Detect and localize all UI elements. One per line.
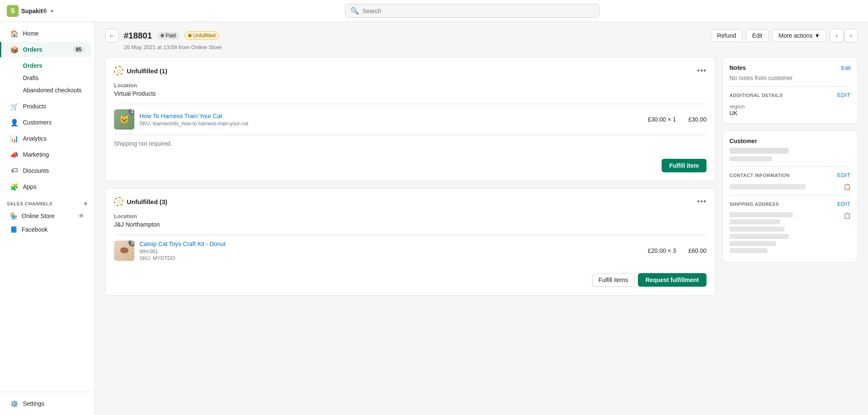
sidebar-item-settings[interactable]: ⚙️ Settings <box>3 396 91 411</box>
card-2-header: ◌ Unfulfilled (3) ••• <box>114 197 707 206</box>
more-actions-button[interactable]: More actions ▼ <box>772 29 826 42</box>
detail-field-value: UK <box>729 110 851 116</box>
contact-edit-link[interactable]: Edit <box>837 172 851 178</box>
shipping-address-label: SHIPPING ADDRESS Edit <box>729 201 851 207</box>
sidebar-item-label: Customers <box>23 119 52 126</box>
home-icon: 🏠 <box>10 29 19 38</box>
customer-email-blur <box>729 156 772 161</box>
back-button[interactable]: ← <box>105 29 119 42</box>
topnav: S Supakit® ▼ 🔍 <box>0 0 868 22</box>
product-thumb-placeholder: 🐱 <box>120 115 129 124</box>
search-input[interactable] <box>362 8 594 14</box>
sidebar-item-label: Products <box>23 103 46 110</box>
sidebar-item-facebook[interactable]: 📘 Facebook <box>3 223 91 236</box>
product-price-1: £30.00 × 1 <box>648 116 676 123</box>
address-line-2 <box>729 219 780 224</box>
sidebar-item-online-store[interactable]: 🏪 Online Store 👁 <box>3 210 91 222</box>
unfulfilled-dot <box>188 34 192 37</box>
card-1-footer: Fulfill item <box>114 159 707 172</box>
product-details-1: How To Harness Train Your Cat SKU: learn… <box>139 112 643 127</box>
card-1-title: ◌ Unfulfilled (1) <box>114 66 167 75</box>
sidebar-item-customers[interactable]: 👤 Customers <box>3 115 91 130</box>
content-grid: ◌ Unfulfilled (1) ••• Location Virtual P… <box>105 57 858 302</box>
sidebar-item-marketing[interactable]: 📣 Marketing <box>3 147 91 162</box>
online-store-icon: 🏪 <box>10 213 17 219</box>
product-total-2: £60.00 <box>681 247 707 254</box>
order-number: #18801 <box>124 31 152 41</box>
sidebar-item-label: Home <box>23 30 39 37</box>
product-details-2: Catnip Cat Toys Craft Kit - Donut WH-001… <box>139 240 643 261</box>
sidebar-item-apps[interactable]: 🧩 Apps <box>3 179 91 194</box>
product-row-1: 🐱 1 How To Harness Train Your Cat SKU: l… <box>114 104 707 135</box>
add-channel-icon[interactable]: + <box>83 200 88 208</box>
product-price-2: £20.00 × 3 <box>648 247 676 254</box>
sidebar-item-products[interactable]: 🛒 Products <box>3 99 91 114</box>
card-2-footer: Fulfill items Request fulfillment <box>114 273 707 287</box>
copy-email-icon[interactable]: 📋 <box>843 183 851 190</box>
sidebar-item-label: Apps <box>23 183 36 190</box>
unfulfilled-badge: Unfulfilled <box>184 31 220 40</box>
shipping-edit-link[interactable]: Edit <box>837 201 851 207</box>
order-date: 26 May 2021 at 13:58 from Online Store <box>105 44 858 50</box>
request-fulfillment-button[interactable]: Request fulfillment <box>638 273 707 287</box>
paid-dot <box>161 34 164 37</box>
analytics-icon: 📊 <box>10 134 19 143</box>
brand-dropdown-icon[interactable]: ▼ <box>50 8 54 14</box>
facebook-icon: 📘 <box>10 226 17 233</box>
card-2-title: ◌ Unfulfilled (3) <box>114 197 167 206</box>
notes-card: Notes Edit No notes from customer ADDITI… <box>722 57 858 124</box>
fulfill-items-button[interactable]: Fulfill items <box>592 273 634 287</box>
prev-order-button[interactable]: ‹ <box>830 29 843 42</box>
sidebar-item-home[interactable]: 🏠 Home <box>3 26 91 41</box>
sidebar-item-label: Marketing <box>23 151 49 158</box>
brand-logo: S <box>7 5 19 17</box>
paid-badge: Paid <box>157 32 179 39</box>
product-name-1[interactable]: How To Harness Train Your Cat <box>139 113 222 119</box>
unfulfilled-icon-1: ◌ <box>114 66 123 75</box>
card-1-more-dots[interactable]: ••• <box>697 66 707 75</box>
edit-button[interactable]: Edit <box>746 29 769 42</box>
copy-address-icon[interactable]: 📋 <box>843 212 851 219</box>
eye-icon[interactable]: 👁 <box>78 213 84 219</box>
next-order-button[interactable]: › <box>844 29 858 42</box>
sidebar-item-label: Analytics <box>23 135 47 142</box>
products-icon: 🛒 <box>10 102 19 111</box>
apps-icon: 🧩 <box>10 183 19 191</box>
card-2-more-dots[interactable]: ••• <box>697 197 707 206</box>
orders-icon: 📦 <box>10 45 19 54</box>
customer-card: Customer CONTACT INFORMATION Edit 📋 <box>722 130 858 263</box>
sidebar-item-discounts[interactable]: 🏷 Discounts <box>3 163 91 178</box>
sidebar-sub-item-drafts[interactable]: Drafts <box>3 72 91 84</box>
fulfill-item-button[interactable]: Fulfill item <box>662 159 707 172</box>
additional-edit-link[interactable]: Edit <box>837 92 851 98</box>
address-line-3 <box>729 227 785 232</box>
card-1-location-value: Virtual Products <box>114 90 707 97</box>
sidebar-item-analytics[interactable]: 📊 Analytics <box>3 131 91 146</box>
sidebar-sub-item-orders[interactable]: Orders <box>3 60 91 72</box>
nav-arrows: ‹ › <box>830 29 858 42</box>
dropdown-icon: ▼ <box>814 32 820 39</box>
sidebar-item-orders[interactable]: 📦 Orders 85 <box>0 42 91 57</box>
product-wh-2: WH-001 <box>139 249 643 255</box>
left-column: ◌ Unfulfilled (1) ••• Location Virtual P… <box>105 57 715 302</box>
additional-details-label: ADDITIONAL DETAILS Edit <box>729 92 851 98</box>
sidebar-item-label: Orders <box>23 46 42 53</box>
right-panel: Notes Edit No notes from customer ADDITI… <box>722 57 858 302</box>
sidebar-sub-item-abandoned[interactable]: Abandoned checkouts <box>3 84 91 96</box>
order-actions: Refund Edit More actions ▼ ‹ › <box>711 29 858 42</box>
product-thumb-1: 🐱 1 <box>114 109 134 130</box>
settings-label: Settings <box>23 400 45 407</box>
customer-name-blur <box>729 148 789 154</box>
product-sku-2: SKU: MYOTDO <box>139 255 643 261</box>
notes-edit-link[interactable]: Edit <box>841 65 851 71</box>
product-name-2[interactable]: Catnip Cat Toys Craft Kit - Donut <box>139 241 225 247</box>
product-sku-1: SKU: learnworlds_how-to-harness-train-yo… <box>139 121 643 127</box>
refund-button[interactable]: Refund <box>711 29 743 42</box>
search-bar[interactable]: 🔍 <box>345 4 599 18</box>
brand[interactable]: S Supakit® ▼ <box>7 5 83 17</box>
main-content: ← #18801 Paid Unfulfilled Refund Edit Mo… <box>95 22 868 415</box>
settings-icon: ⚙️ <box>10 399 19 408</box>
notes-empty: No notes from customer <box>729 75 851 81</box>
product-qty-badge-1: 1 <box>128 109 134 115</box>
customer-title: Customer <box>729 138 851 144</box>
